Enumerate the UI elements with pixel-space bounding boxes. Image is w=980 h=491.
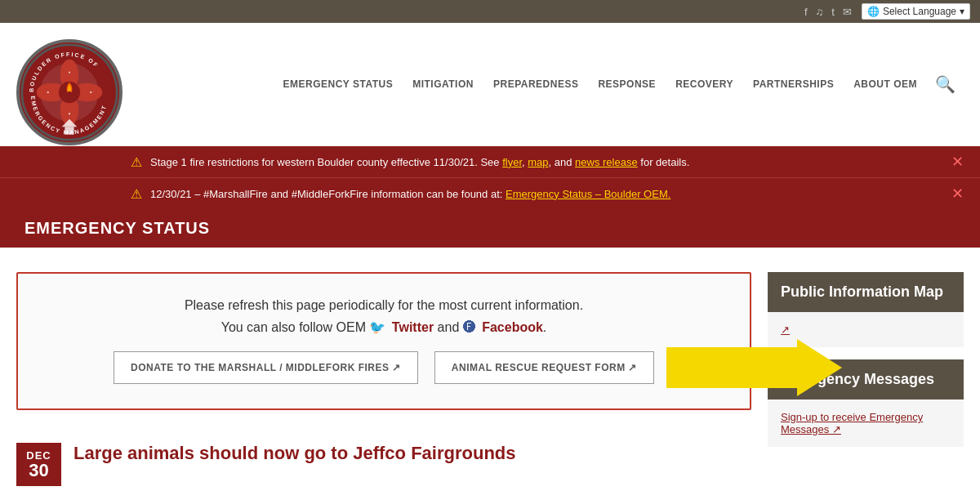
content-left: Please refresh this page periodically fo… — [16, 272, 751, 486]
main-content: Please refresh this page periodically fo… — [0, 248, 980, 491]
main-nav: EMERGENCY STATUS MITIGATION PREPAREDNESS… — [122, 72, 956, 96]
nav-emergency-status[interactable]: EMERGENCY STATUS — [274, 72, 403, 96]
alert-close-2[interactable]: ✕ — [951, 185, 964, 203]
warning-icon-2: ⚠ — [131, 186, 142, 202]
info-box-line1: Please refresh this page periodically fo… — [34, 298, 733, 313]
top-bar: f ♫ t ✉ 🌐 Select Language ▾ — [0, 0, 980, 23]
date-box-0: DEC 30 — [16, 443, 61, 486]
logo-svg: BOULDER OFFICE OF EMERGENCY MANAGEMENT — [20, 39, 119, 145]
alert-text-1: Stage 1 fire restrictions for western Bo… — [150, 156, 935, 168]
nav-about-oem[interactable]: ABOUT OEM — [844, 72, 927, 96]
sidebar-widget-body-emergency-messages: Sign-up to receive Emergency Messages ↗ — [768, 399, 964, 447]
news-title-0[interactable]: Large animals should now go to Jeffco Fa… — [74, 443, 516, 464]
search-icon[interactable]: 🔍 — [935, 74, 956, 94]
donate-button[interactable]: DONATE TO THE MARSHALL / MIDDLEFORK FIRE… — [114, 351, 418, 384]
sidebar-widget-public-info-map: Public Information Map ↗ — [768, 272, 964, 347]
info-box-follow: You can also follow OEM 🐦 Twitter and 🅕 … — [34, 319, 733, 335]
alert-link-newsrelease[interactable]: news release — [575, 156, 638, 168]
facebook-link[interactable]: Facebook — [482, 320, 543, 334]
facebook-f-icon: 🅕 — [463, 320, 476, 334]
animal-rescue-button[interactable]: ANIMAL RESCUE REQUEST FORM ↗ — [434, 351, 654, 384]
emergency-messages-signup-link[interactable]: Sign-up to receive Emergency Messages ↗ — [781, 411, 923, 435]
news-day-0: 30 — [26, 462, 51, 480]
header: BOULDER OFFICE OF EMERGENCY MANAGEMENT E… — [0, 23, 980, 146]
email-icon[interactable]: ✉ — [843, 6, 852, 18]
nav-preparedness[interactable]: PREPAREDNESS — [483, 72, 588, 96]
alert-bar-2: ⚠ 12/30/21 – #MarshallFire and #MiddleFo… — [0, 177, 980, 209]
social-icons: f ♫ t ✉ — [804, 6, 852, 18]
twitter-bird-icon: 🐦 — [369, 320, 385, 334]
warning-icon-1: ⚠ — [131, 154, 142, 170]
alert-bar-1: ⚠ Stage 1 fire restrictions for western … — [0, 146, 980, 177]
arrow-tip — [797, 339, 842, 396]
alert-close-1[interactable]: ✕ — [951, 153, 964, 171]
animal-rescue-wrapper: ANIMAL RESCUE REQUEST FORM ↗ — [434, 351, 654, 384]
rss-icon[interactable]: ♫ — [816, 6, 824, 18]
alert-link-emergency-status[interactable]: Emergency Status – Boulder OEM. — [506, 188, 670, 200]
select-language-button[interactable]: 🌐 Select Language ▾ — [862, 3, 970, 20]
alert-link-flyer[interactable]: flyer — [502, 156, 522, 168]
nav-response[interactable]: RESPONSE — [588, 72, 666, 96]
logo-container[interactable]: BOULDER OFFICE OF EMERGENCY MANAGEMENT — [16, 39, 122, 145]
select-language-label: Select Language — [883, 6, 956, 17]
alert-text-2: 12/30/21 – #MarshallFire and #MiddleFork… — [150, 188, 935, 200]
public-info-map-link[interactable]: ↗ — [781, 324, 790, 336]
sidebar-widget-title-public-info-map[interactable]: Public Information Map — [768, 272, 964, 312]
button-row: DONATE TO THE MARSHALL / MIDDLEFORK FIRE… — [34, 351, 733, 384]
nav-partnerships[interactable]: PARTNERSHIPS — [743, 72, 844, 96]
twitter-link[interactable]: Twitter — [392, 320, 434, 334]
info-box: Please refresh this page periodically fo… — [16, 272, 751, 410]
twitter-icon[interactable]: t — [831, 6, 835, 18]
status-title: EMERGENCY STATUS — [24, 219, 210, 237]
facebook-icon[interactable]: f — [804, 6, 808, 18]
news-item-0: DEC 30 Large animals should now go to Je… — [16, 435, 751, 486]
status-title-bar: EMERGENCY STATUS — [0, 209, 980, 248]
logo-circle: BOULDER OFFICE OF EMERGENCY MANAGEMENT — [16, 39, 122, 145]
chevron-down-icon: ▾ — [960, 6, 964, 17]
yellow-arrow — [666, 339, 842, 396]
nav-recovery[interactable]: RECOVERY — [666, 72, 743, 96]
nav-mitigation[interactable]: MITIGATION — [403, 72, 483, 96]
svg-rect-14 — [65, 127, 74, 134]
alert-link-map[interactable]: map — [528, 156, 548, 168]
arrow-body — [666, 347, 797, 388]
